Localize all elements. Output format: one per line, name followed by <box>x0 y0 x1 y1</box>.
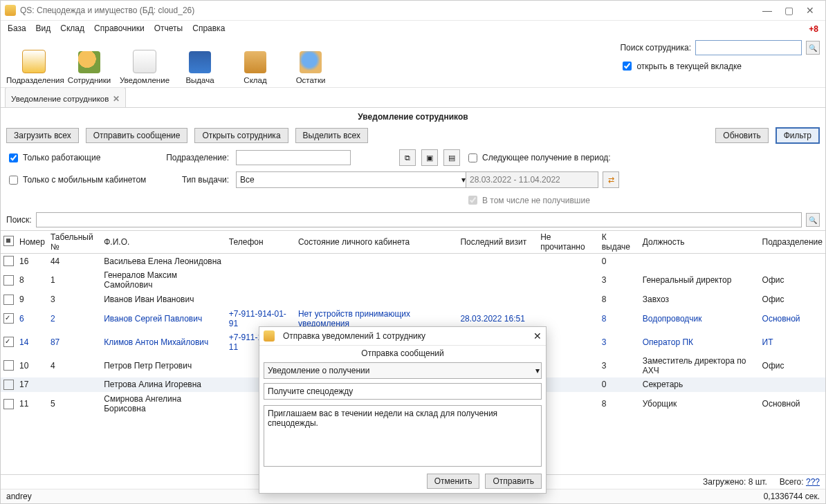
col-cabinet[interactable]: Состояние личного кабинета <box>295 231 457 254</box>
tab-close-icon[interactable]: ✕ <box>113 94 120 104</box>
table-row[interactable]: 1644Васильева Елена Леонидовна0 <box>1 254 825 269</box>
date-range-field: 28.03.2022 - 11.04.2022 <box>466 171 598 188</box>
table-row[interactable]: 93Иванов Иван Иванович8ЗавхозОфис <box>1 292 825 306</box>
load-all-button[interactable]: Загрузить всех <box>6 128 79 143</box>
menu-refs[interactable]: Справочники <box>94 24 145 33</box>
dialog-title: Отправка уведомлений 1 сотруднику <box>279 331 533 341</box>
row-checkbox[interactable] <box>3 360 14 371</box>
row-checkbox[interactable] <box>3 295 14 305</box>
minimize-button[interactable]: — <box>762 5 772 16</box>
col-tabel[interactable]: Табельный № <box>48 231 101 254</box>
menu-help[interactable]: Справка <box>192 24 225 33</box>
open-in-tab-checkbox[interactable]: открыть в текущей вкладке <box>620 59 820 73</box>
search-label: Поиск: <box>6 215 32 225</box>
toolbar-notice[interactable]: Уведомление <box>117 50 172 84</box>
open-employee-button[interactable]: Открыть сотрудника <box>194 128 288 143</box>
tab-strip: Уведомление сотрудников ✕ <box>1 88 825 108</box>
menu-reports[interactable]: Отчеты <box>154 24 183 33</box>
row-checkbox[interactable] <box>3 313 14 324</box>
next-period-checkbox[interactable]: Следующее получение в период: <box>466 151 820 165</box>
toolbar-issue[interactable]: Выдача <box>172 51 228 84</box>
table-search-row: Поиск: 🔍 <box>1 209 825 230</box>
issue-type-select[interactable]: Все ▾ <box>236 171 468 188</box>
send-notification-dialog: Отправка уведомлений 1 сотруднику ✕ Отпр… <box>259 326 547 494</box>
table-search-input[interactable] <box>36 212 802 227</box>
toolbar-stock[interactable]: Склад <box>228 51 283 84</box>
row-checkbox[interactable] <box>3 256 14 266</box>
tab-label: Уведомление сотрудников <box>11 95 109 103</box>
only-working-checkbox[interactable]: Только работающие <box>6 151 152 165</box>
menu-base[interactable]: База <box>8 24 26 33</box>
table-row[interactable]: 81Генералов Максим Самойлович3Генеральны… <box>1 268 825 292</box>
close-button[interactable]: ✕ <box>806 5 814 16</box>
division-pick-button[interactable]: ▣ <box>421 149 438 166</box>
date-range-button[interactable]: ⇄ <box>603 171 619 188</box>
menu-stock[interactable]: Склад <box>60 24 84 33</box>
table-search-button[interactable]: 🔍 <box>806 213 820 227</box>
notification-count[interactable]: +8 <box>809 24 818 34</box>
row-checkbox[interactable] <box>3 380 14 390</box>
col-fio[interactable]: Ф.И.О. <box>101 231 226 254</box>
search-employee-label: Поиск сотрудника: <box>620 43 691 53</box>
division-label: Подразделение: <box>156 153 232 162</box>
loaded-count: Загружено: 8 шт. <box>703 477 767 487</box>
app-icon <box>5 5 16 16</box>
only-mobile-checkbox[interactable]: Только с мобильным кабинетом <box>6 174 152 187</box>
main-toolbar: Подразделения Сотрудники Уведомление Выд… <box>1 36 825 88</box>
division-tree-button[interactable]: ⧉ <box>399 149 416 166</box>
toolbar-divisions[interactable]: Подразделения <box>6 50 62 84</box>
titlebar: QS: Спецодежда и имущество (БД: cloud_26… <box>1 1 825 21</box>
status-time: 0,1336744 сек. <box>764 492 820 501</box>
issue-type-label: Тип выдачи: <box>156 175 232 185</box>
col-visit[interactable]: Последний визит <box>457 231 538 254</box>
section-title: Уведомление сотрудников <box>1 108 825 124</box>
maximize-button[interactable]: ▢ <box>784 5 793 16</box>
filter-button[interactable]: Фильтр <box>775 127 820 144</box>
body-textarea[interactable]: Приглашаем вас в течении недели на склад… <box>264 405 542 467</box>
dialog-titlebar: Отправка уведомлений 1 сотруднику ✕ <box>259 327 546 346</box>
total-label: Всего: <box>780 477 804 487</box>
row-checkbox[interactable] <box>3 275 14 286</box>
col-position[interactable]: Должность <box>640 231 760 254</box>
row-checkbox[interactable] <box>3 337 14 347</box>
row-checkbox[interactable] <box>3 399 14 409</box>
toolbar-employees[interactable]: Сотрудники <box>62 51 117 84</box>
col-division[interactable]: Подразделение <box>760 231 825 254</box>
dialog-subtitle: Отправка сообщений <box>259 346 546 361</box>
dialog-close-button[interactable]: ✕ <box>533 330 542 342</box>
menu-view[interactable]: Вид <box>36 24 51 33</box>
division-clear-button[interactable]: ▤ <box>443 149 460 166</box>
col-unread[interactable]: Не прочитанно <box>538 231 599 254</box>
search-employee-input[interactable] <box>695 40 802 55</box>
select-all-button[interactable]: Выделить всех <box>295 128 368 143</box>
include-nonreceived-checkbox: В том числе не получившие <box>466 194 820 207</box>
toolbar-remains[interactable]: Остатки <box>283 51 338 84</box>
col-issue[interactable]: К выдаче <box>599 231 640 254</box>
col-number[interactable]: Номер <box>17 231 48 254</box>
dialog-icon <box>264 330 275 342</box>
search-employee-button[interactable]: 🔍 <box>806 41 820 55</box>
send-message-button[interactable]: Отправить сообщение <box>86 128 188 143</box>
envelope-icon <box>133 50 156 73</box>
tab-notice-employees[interactable]: Уведомление сотрудников ✕ <box>5 87 126 107</box>
total-link[interactable]: ??? <box>806 477 820 487</box>
magnifier-icon <box>300 51 322 73</box>
send-button[interactable]: Отправить <box>485 474 542 489</box>
col-phone[interactable]: Телефон <box>226 231 295 254</box>
window-title: QS: Спецодежда и имущество (БД: cloud_26… <box>20 6 762 15</box>
cancel-button[interactable]: Отменить <box>427 474 480 489</box>
status-user: andrey <box>6 492 32 501</box>
subject-input[interactable]: Получите спецодежду <box>264 383 542 400</box>
refresh-button[interactable]: Обновить <box>715 128 768 143</box>
box-icon <box>244 51 266 73</box>
filter-panel: Только работающие Подразделение: ⧉ ▣ ▤ С… <box>1 147 825 209</box>
house-icon <box>22 50 46 73</box>
chevron-down-icon: ▾ <box>535 366 540 375</box>
menubar: База Вид Склад Справочники Отчеты Справк… <box>1 21 825 36</box>
select-all-header-checkbox[interactable] <box>3 236 14 246</box>
people-icon <box>78 51 100 73</box>
template-select[interactable]: Уведомление о получении ▾ <box>264 362 542 379</box>
card-icon <box>189 51 211 73</box>
division-input[interactable] <box>236 150 351 165</box>
action-row: Загрузить всех Отправить сообщение Откры… <box>1 124 825 147</box>
